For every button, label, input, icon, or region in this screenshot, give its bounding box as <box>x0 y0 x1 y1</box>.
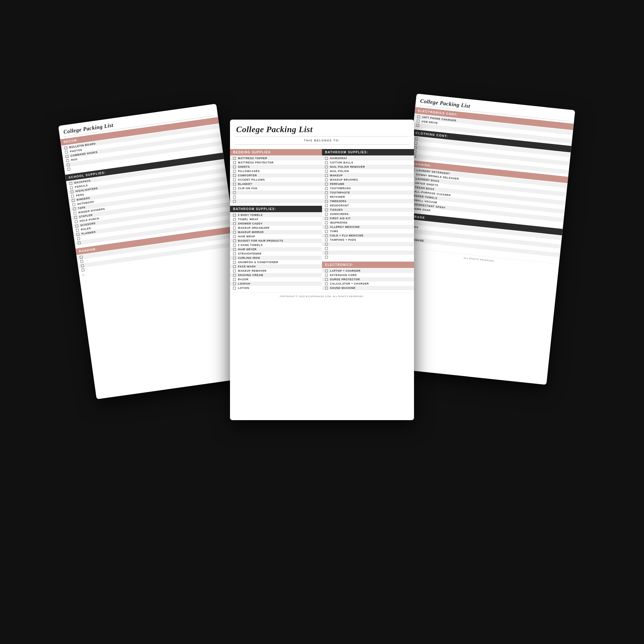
list-item: PILLOWCASES <box>230 169 322 173</box>
bathroom2-list: HAIRSPRAY COTTON BALLS NAIL POLISH REMOV… <box>322 155 414 260</box>
center-title: College Packing List <box>230 120 414 136</box>
list-item: SHAMPOO & CONDITIONER <box>230 260 322 264</box>
list-item: CLIP-ON FAN <box>230 186 322 190</box>
list-item-empty <box>230 199 322 203</box>
main-content: BEDDING SUPPLIES MATTRESS TOPPER MATTRES… <box>230 147 414 291</box>
laptop-charger-item: LAPTOP + CHARGER <box>322 269 414 273</box>
list-item-empty <box>322 255 414 259</box>
list-item: SHEETS <box>230 165 322 169</box>
list-item: CALCULATOR + CHARGER <box>322 282 414 286</box>
cold-flu-item: COLD + FLU MEDICINE <box>322 233 414 238</box>
bathroom-list: 2 BODY TOWELS TOWEL WRAP SHOWER CADDY MA… <box>230 212 322 291</box>
list-item: DEODORANT <box>322 203 414 208</box>
list-item: LOTION <box>230 286 322 290</box>
list-item: LOOFAH <box>230 282 322 286</box>
list-item-empty <box>322 251 414 255</box>
list-item: NAIL POLISH <box>322 169 414 173</box>
list-item: EXTENSION CORD <box>322 273 414 277</box>
list-item: FACE WASH <box>230 264 322 269</box>
list-item: MATTRESS PROTECTOR <box>230 160 322 165</box>
list-item-empty <box>230 190 322 195</box>
list-item: 2 BODY TOWELS <box>230 213 322 217</box>
list-item: TISSUES <box>322 208 414 212</box>
surge-protector-item: SURGE PROTECTOR <box>322 277 414 282</box>
list-item: BLANKET <box>230 182 322 186</box>
page-right: College Packing List ELECTRONICS CONT: 1… <box>388 94 575 385</box>
list-item: HAIR DRYER <box>230 247 322 251</box>
list-item-empty <box>322 242 414 246</box>
list-item: MAKEUP MIRROR <box>230 230 322 234</box>
scene: College Packing List DECOR: BULLETIN BOA… <box>77 77 567 567</box>
list-item: SHAVING CREAM <box>230 273 322 277</box>
electronics-list: LAPTOP + CHARGER EXTENSION CORD SURGE PR… <box>322 268 414 291</box>
list-item: IBUPROFEN <box>322 220 414 225</box>
list-item: FIRST AID KIT <box>322 216 414 220</box>
list-item: BASKET FOR HAIR PRODUCTS <box>230 239 322 243</box>
list-item: COTTON BALLS <box>322 160 414 165</box>
list-item: STRAIGHTENER <box>230 251 322 256</box>
list-item-empty <box>322 246 414 251</box>
list-item: HAIR WRAP <box>230 234 322 239</box>
list-item: TAMPONS + PADS <box>322 238 414 242</box>
list-item: ACCENT PILLOWS <box>230 178 322 182</box>
shower-caddy-item: SHOWER CADDY <box>230 221 322 226</box>
list-item: RETAINER <box>322 195 414 199</box>
towel-wrap-item: TOWEL WRAP <box>230 217 322 221</box>
list-item: ALLERGY MEDICINE <box>322 225 414 229</box>
left-col: BEDDING SUPPLIES MATTRESS TOPPER MATTRES… <box>230 147 322 291</box>
list-item: 2 HAND TOWELS <box>230 243 322 247</box>
bedding-list: MATTRESS TOPPER MATTRESS PROTECTOR SHEET… <box>230 155 322 204</box>
bedding-header: BEDDING SUPPLIES <box>230 149 322 155</box>
bathroom-header: BATHROOM SUPPLIES: <box>230 206 322 212</box>
list-item-empty <box>230 195 322 199</box>
list-item: NAIL POLISH REMOVER <box>322 165 414 169</box>
list-item: RAZOR <box>230 277 322 282</box>
comforter-item: COMFORTER <box>230 173 322 178</box>
page-left: College Packing List DECOR: BULLETIN BOA… <box>58 104 255 399</box>
page-center: College Packing List THIS BELONGS TO: BE… <box>230 120 414 420</box>
list-item: PERFUME <box>322 182 414 186</box>
belongs-to: THIS BELONGS TO: <box>235 138 409 145</box>
list-item: MAKEUP REMOVER <box>230 269 322 273</box>
list-item: HAIRSPRAY <box>322 156 414 160</box>
list-item: MATTRESS TOPPER <box>230 156 322 160</box>
list-item: TUMS <box>322 229 414 233</box>
center-copyright: COPYRIGHT © 2020 BYSOPHIALEE.COM. ALL RI… <box>230 293 414 299</box>
list-item: TOOTHPASTE <box>322 190 414 195</box>
list-item: MAKEUP <box>322 173 414 178</box>
electronics-header: ELECTRONICS: <box>322 262 414 268</box>
list-item: SOUND MACHINE <box>322 286 414 290</box>
list-item: CURLING IRON <box>230 256 322 260</box>
list-item: TWEEZERS <box>322 199 414 203</box>
list-item: TOOTHBRUSH <box>322 186 414 190</box>
right-col: BATHROOM SUPPLIES: HAIRSPRAY COTTON BALL… <box>322 147 414 291</box>
list-item: MAKEUP BRUSHES <box>322 178 414 182</box>
list-item: SUNSCREEN <box>322 212 414 216</box>
bathroom2-header: BATHROOM SUPPLIES: <box>322 149 414 155</box>
list-item: MAKEUP ORGANIZER <box>230 226 322 230</box>
